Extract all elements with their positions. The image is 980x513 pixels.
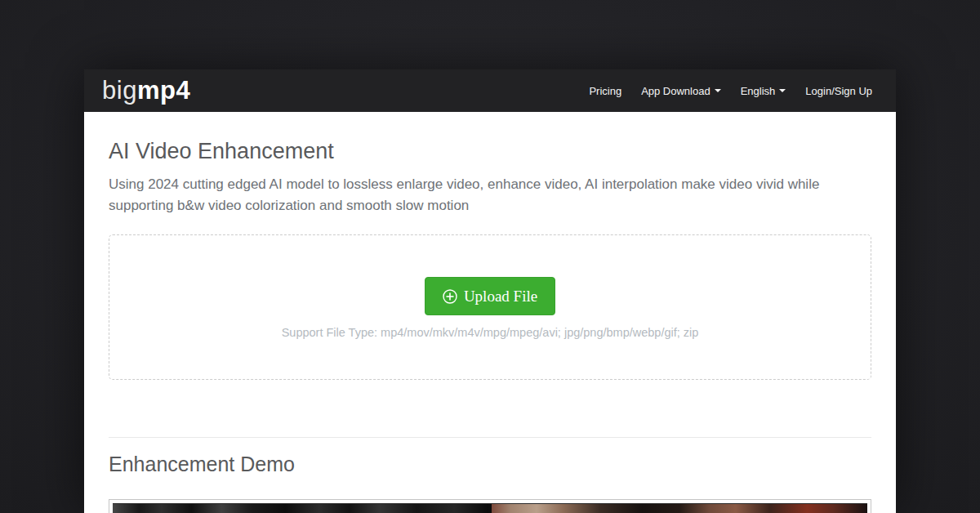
section-divider [109,437,871,438]
nav-item-app-download-label: App Download [641,85,710,97]
caret-down-icon [715,89,721,92]
nav-item-language-label: English [741,85,776,97]
top-navbar: bigmp4 Pricing App Download English Logi… [84,69,896,112]
nav-item-app-download[interactable]: App Download [631,69,731,112]
supported-file-types-text: Support File Type: mp4/mov/mkv/m4v/mpg/m… [109,326,871,339]
upload-file-button[interactable]: Upload File [425,277,555,315]
nav-item-pricing[interactable]: Pricing [579,69,631,112]
brand-logo-prefix: big [102,76,137,105]
brand-logo-suffix: mp4 [137,76,190,105]
demo-after-image [492,504,867,513]
enhancement-demo-frame [109,499,871,513]
page-description: Using 2024 cutting edged AI model to los… [109,174,844,216]
brand-logo[interactable]: bigmp4 [102,76,190,105]
main-content: AI Video Enhancement Using 2024 cutting … [84,139,896,513]
plus-circle-icon [443,289,457,304]
nav-item-login-signup[interactable]: Login/Sign Up [795,69,882,112]
before-after-comparison-image[interactable] [113,503,867,513]
upload-dropzone[interactable]: Upload File Support File Type: mp4/mov/m… [109,234,871,380]
caret-down-icon [779,89,786,92]
nav-item-language[interactable]: English [731,69,796,112]
nav-item-pricing-label: Pricing [589,85,621,97]
demo-before-image [113,504,488,513]
demo-section-title: Enhancement Demo [109,453,871,476]
nav-item-login-signup-label: Login/Sign Up [805,85,872,97]
upload-file-button-label: Upload File [464,288,537,306]
site-page: bigmp4 Pricing App Download English Logi… [84,69,896,513]
page-title: AI Video Enhancement [109,139,871,164]
nav-links: Pricing App Download English Login/Sign … [579,69,882,112]
